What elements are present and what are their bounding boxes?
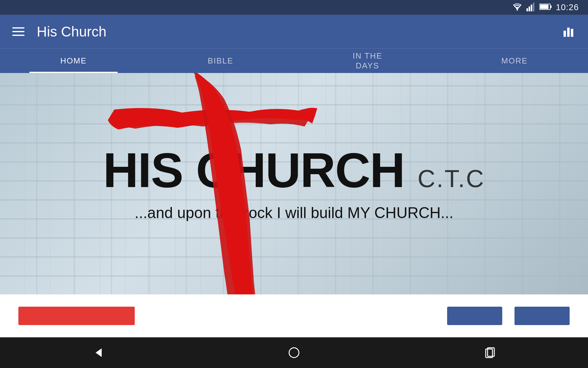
svg-marker-11 bbox=[96, 348, 102, 357]
tab-inthedays[interactable]: IN THEDAYS bbox=[294, 49, 441, 73]
hero-tagline: ...and upon this rock I will build MY CH… bbox=[134, 204, 453, 222]
tab-home[interactable]: HOME bbox=[0, 49, 147, 73]
svg-rect-10 bbox=[571, 29, 573, 37]
bottom-red-button[interactable] bbox=[18, 307, 135, 325]
hero-church-name: HIS CHURCH C.T.C bbox=[103, 146, 485, 195]
bottom-section bbox=[0, 294, 588, 337]
hamburger-line bbox=[12, 27, 24, 29]
svg-point-12 bbox=[289, 348, 299, 358]
status-time: 10:26 bbox=[556, 2, 579, 12]
battery-icon bbox=[539, 3, 552, 12]
bar-chart-button[interactable] bbox=[562, 25, 576, 39]
hero-banner: HIS CHURCH C.T.C ...and upon this rock I… bbox=[0, 73, 588, 294]
recents-button[interactable] bbox=[478, 340, 502, 365]
navigation-bar bbox=[0, 337, 588, 368]
hamburger-button[interactable] bbox=[12, 27, 24, 36]
back-button[interactable] bbox=[86, 340, 110, 365]
bottom-blue-button-2[interactable] bbox=[514, 307, 570, 325]
hamburger-line bbox=[12, 31, 24, 32]
svg-rect-7 bbox=[550, 6, 552, 8]
svg-rect-4 bbox=[533, 3, 534, 11]
app-title: His Church bbox=[37, 23, 562, 40]
home-button[interactable] bbox=[282, 340, 306, 365]
svg-rect-3 bbox=[531, 5, 532, 11]
app-bar: His Church bbox=[0, 15, 588, 48]
svg-rect-1 bbox=[526, 8, 528, 11]
hamburger-line bbox=[12, 35, 24, 36]
status-bar: 10:26 bbox=[0, 0, 588, 15]
tab-bar: HOME BIBLE IN THEDAYS MORE bbox=[0, 48, 588, 73]
bottom-blue-button-1[interactable] bbox=[447, 307, 502, 325]
svg-rect-8 bbox=[564, 31, 566, 37]
status-icons: 10:26 bbox=[512, 2, 579, 13]
hero-content: HIS CHURCH C.T.C ...and upon this rock I… bbox=[0, 73, 588, 294]
svg-point-0 bbox=[516, 9, 518, 11]
wifi-icon bbox=[512, 2, 523, 12]
signal-icon bbox=[526, 2, 536, 13]
svg-rect-2 bbox=[529, 6, 530, 11]
svg-rect-6 bbox=[540, 5, 548, 9]
tab-bible[interactable]: BIBLE bbox=[147, 49, 294, 73]
svg-rect-9 bbox=[567, 28, 570, 37]
tab-more[interactable]: MORE bbox=[441, 49, 588, 73]
